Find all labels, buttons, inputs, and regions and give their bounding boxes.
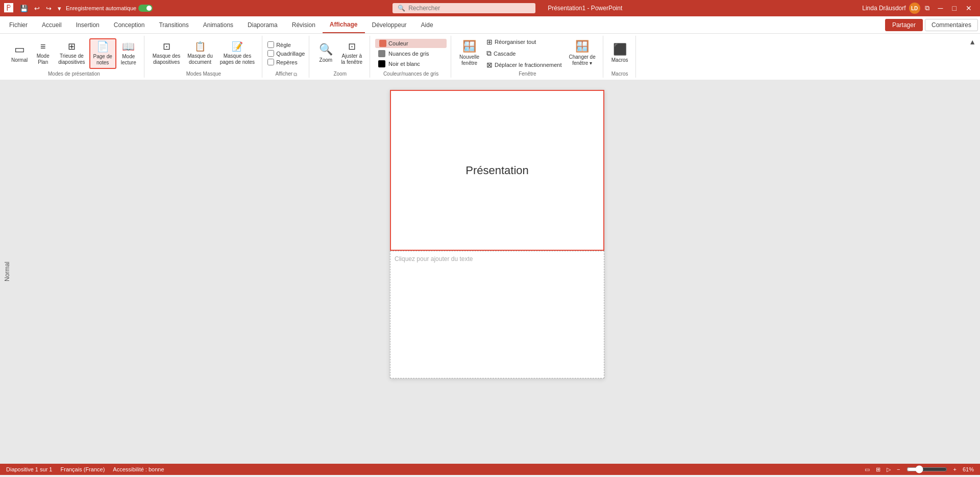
btn-ajuster[interactable]: ⊡ Ajuster àla fenêtre: [338, 38, 365, 69]
slide-inner[interactable]: Présentation: [390, 90, 604, 251]
btn-changer-fenetre[interactable]: 🪟 Changer defenêtre ▾: [566, 38, 598, 69]
cascade-icon: ⧉: [486, 49, 492, 58]
fenetre-small-btns: ⊞ Réorganiser tout ⧉ Cascade ⊠ Déplacer …: [483, 38, 565, 69]
tab-animations[interactable]: Animations: [196, 16, 240, 33]
user-info: Linda Dräusdorf LD: [862, 3, 920, 14]
checkbox-reperes[interactable]: Repères: [267, 59, 305, 65]
macros-icon: ⬛: [613, 44, 627, 55]
window-controls: ─ □ ✕: [934, 3, 976, 13]
slide-container[interactable]: Présentation Cliquez pour ajouter du tex…: [14, 80, 980, 464]
btn-macros[interactable]: ⬛ Macros: [608, 38, 631, 69]
share-button[interactable]: Partager: [885, 19, 923, 31]
app-title: Présentation1 - PowerPoint: [548, 5, 622, 12]
btn-deplacer[interactable]: ⊠ Déplacer le fractionnement: [483, 60, 565, 70]
group-zoom: 🔍 Zoom ⊡ Ajuster àla fenêtre Zoom: [310, 36, 370, 78]
btn-mode-lecture[interactable]: 📖 Modelecture: [117, 38, 140, 69]
comments-button[interactable]: Commentaires: [925, 19, 978, 31]
reorganiser-icon: ⊞: [486, 38, 493, 46]
nuances-gris-dot: [378, 50, 385, 57]
autosave-label: Enregistrement automatique: [66, 5, 136, 11]
masque-notes-icon: 📝: [232, 42, 243, 51]
zoom-slider[interactable]: [906, 465, 947, 473]
tab-aide[interactable]: Aide: [414, 16, 440, 33]
maximize-button[interactable]: □: [948, 3, 961, 13]
normal-icon: ▭: [14, 44, 25, 55]
ribbon-tabs: Fichier Accueil Insertion Conception Tra…: [0, 16, 980, 34]
redo-button[interactable]: ↪: [43, 4, 54, 13]
btn-masque-document[interactable]: 📋 Masque dudocument: [184, 38, 215, 69]
zoom-minus-btn[interactable]: −: [897, 466, 900, 472]
tab-revision[interactable]: Révision: [285, 16, 323, 33]
btn-mode-plan[interactable]: ≡ ModePlan: [32, 38, 54, 69]
title-bar: 🅿 💾 ↩ ↪ ▾ Enregistrement automatique 🔍 P…: [0, 0, 980, 16]
reperes-checkbox[interactable]: [267, 59, 274, 65]
btn-trieuse[interactable]: ⊞ Trieuse dediapositives: [55, 38, 88, 69]
tab-developpeur[interactable]: Développeur: [365, 16, 414, 33]
zoom-items: 🔍 Zoom ⊡ Ajuster àla fenêtre: [314, 36, 365, 71]
restore-button[interactable]: ⧉: [922, 3, 932, 13]
btn-nouvelle-fenetre[interactable]: 🪟 Nouvellefenêtre: [456, 38, 482, 69]
group-macros: ⬛ Macros Macros: [604, 36, 636, 78]
notes-placeholder: Cliquez pour ajouter du texte: [395, 255, 473, 263]
btn-masque-pages-notes[interactable]: 📝 Masque despages de notes: [217, 38, 258, 69]
checkbox-quadrillage[interactable]: Quadrillage: [267, 50, 305, 57]
search-input[interactable]: [408, 5, 521, 12]
autosave-switch[interactable]: [138, 5, 153, 12]
status-lecture-view[interactable]: ▷: [887, 466, 891, 473]
page-notes-icon: 📄: [96, 41, 109, 52]
afficher-items: Règle Quadrillage Repères: [267, 36, 305, 71]
macros-label: Macros: [611, 71, 628, 78]
view-mode-label: Normal: [0, 80, 14, 464]
modes-masque-label: Modes Masque: [186, 71, 221, 78]
title-bar-left: 🅿 💾 ↩ ↪ ▾ Enregistrement automatique: [4, 3, 153, 14]
zoom-level: 61%: [963, 466, 974, 472]
checkbox-regle[interactable]: Règle: [267, 41, 305, 48]
btn-nuances-gris[interactable]: Nuances de gris: [375, 49, 447, 58]
regle-checkbox[interactable]: [267, 41, 274, 48]
masque-diap-icon: ⊡: [163, 42, 170, 51]
tab-diaporama[interactable]: Diaporama: [240, 16, 285, 33]
color-options: Couleur Nuances de gris Noir et blanc: [375, 39, 447, 68]
autosave-toggle[interactable]: Enregistrement automatique: [66, 5, 153, 12]
status-right: ▭ ⊞ ▷ − + 61%: [865, 465, 974, 473]
group-afficher: Règle Quadrillage Repères Afficher ⧉: [263, 36, 309, 78]
btn-page-notes[interactable]: 📄 Page denotes: [89, 38, 116, 69]
btn-normal[interactable]: ▭ Normal: [8, 38, 31, 69]
afficher-checkboxes: Règle Quadrillage Repères: [267, 41, 305, 65]
btn-cascade[interactable]: ⧉ Cascade: [483, 48, 565, 59]
tab-fichier[interactable]: Fichier: [2, 16, 35, 33]
tab-conception[interactable]: Conception: [107, 16, 152, 33]
tab-accueil[interactable]: Accueil: [35, 16, 69, 33]
slide-title: Présentation: [465, 164, 529, 177]
undo-button[interactable]: ↩: [32, 4, 42, 13]
minimize-button[interactable]: ─: [934, 3, 947, 13]
afficher-expander[interactable]: ⧉: [293, 71, 297, 78]
tab-affichage[interactable]: Affichage: [323, 16, 365, 33]
ribbon-share-area: Partager Commentaires: [885, 19, 978, 31]
close-button[interactable]: ✕: [962, 3, 976, 13]
btn-zoom[interactable]: 🔍 Zoom: [314, 38, 337, 69]
ribbon-content: ▭ Normal ≡ ModePlan ⊞ Trieuse dediaposit…: [0, 34, 980, 80]
language-info: Français (France): [61, 466, 105, 472]
btn-reorganiser[interactable]: ⊞ Réorganiser tout: [483, 37, 565, 47]
zoom-label: Zoom: [333, 71, 347, 78]
status-normal-view[interactable]: ▭: [865, 466, 870, 473]
zoom-plus-btn[interactable]: +: [953, 466, 957, 472]
tab-insertion[interactable]: Insertion: [69, 16, 107, 33]
group-modes-masque: ⊡ Masque desdiapositives 📋 Masque dudocu…: [145, 36, 262, 78]
quadrillage-checkbox[interactable]: [267, 50, 274, 57]
search-bar[interactable]: 🔍: [393, 3, 535, 13]
slide-page[interactable]: Présentation Cliquez pour ajouter du tex…: [390, 90, 604, 378]
save-button[interactable]: 💾: [17, 4, 31, 13]
btn-couleur[interactable]: Couleur: [375, 39, 447, 48]
macros-items: ⬛ Macros: [608, 36, 631, 71]
notes-area[interactable]: Cliquez pour ajouter du texte: [390, 251, 604, 378]
btn-masque-diapositives[interactable]: ⊡ Masque desdiapositives: [150, 38, 183, 69]
customize-button[interactable]: ▾: [55, 4, 64, 13]
ribbon-collapse-btn[interactable]: ▲: [969, 38, 976, 46]
tab-transitions[interactable]: Transitions: [152, 16, 195, 33]
group-fenetre: 🪟 Nouvellefenêtre ⊞ Réorganiser tout ⧉ C…: [452, 36, 603, 78]
couleur-items: Couleur Nuances de gris Noir et blanc: [375, 36, 447, 71]
btn-noir-blanc[interactable]: Noir et blanc: [375, 59, 447, 68]
status-trieuse-view[interactable]: ⊞: [876, 466, 880, 473]
